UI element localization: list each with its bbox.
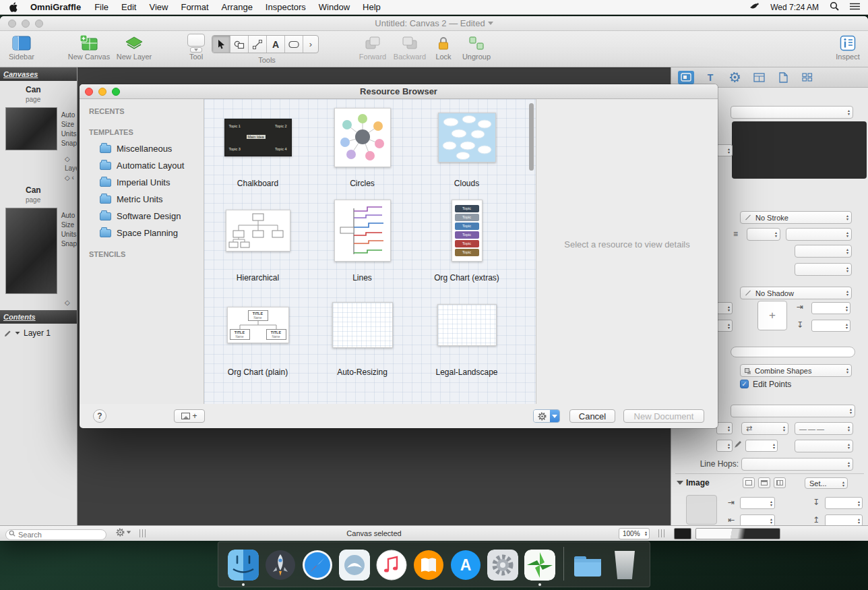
shadow-stepper-2[interactable] [716,320,733,332]
image-section-header[interactable]: Image [677,478,710,488]
line-hops-popup[interactable] [741,458,853,471]
stroke-width-popup[interactable] [747,228,780,241]
dock-launchpad-icon[interactable] [265,550,296,581]
dock-omnigraffle-icon[interactable] [524,550,555,581]
dock-system-preferences-icon[interactable] [487,550,518,581]
text-inspector-tab[interactable]: T [702,71,718,84]
menu-file[interactable]: File [94,2,108,12]
zoom-stepper[interactable]: 100% [619,528,650,539]
tool-chevron-icon[interactable] [190,47,202,53]
dock-downloads-icon[interactable] [572,550,603,581]
image-mode-button-1[interactable] [743,477,755,488]
backward-button[interactable]: Backward [392,34,427,61]
fill-style-popup[interactable] [731,106,853,119]
stroke-corner-popup[interactable] [795,245,852,258]
ungroup-button[interactable]: Ungroup [458,34,495,61]
forward-button[interactable]: Forward [356,34,390,61]
canvas-list-item-1[interactable]: Can page Auto Size Units Snap [0,81,77,153]
template-org-chart-extras[interactable]: Topic Topic Topic Topic Topic Topic Org … [414,191,519,285]
shape-field[interactable] [731,347,855,357]
spotlight-icon[interactable] [830,1,839,13]
image-mode-button-3[interactable] [774,477,786,488]
folder-software-design[interactable]: Software Design [80,208,204,225]
line-style-popup[interactable] [795,440,853,452]
zoom-button[interactable] [35,20,43,28]
stroke-end-popup[interactable] [795,263,852,276]
arrowhead-popup[interactable]: ⇄ [741,422,788,435]
stroke-popup[interactable]: No Stroke [740,211,852,224]
new-document-button[interactable]: New Document [623,409,704,423]
image-x-stepper[interactable] [740,497,775,509]
folder-automatic-layout[interactable]: Automatic Layout [80,157,204,174]
action-menu-button[interactable] [533,409,560,423]
add-resource-button[interactable]: + [174,409,205,423]
dock-finder-icon[interactable] [228,550,259,581]
fill-stepper[interactable] [716,144,733,156]
image-disclosure-icon[interactable] [677,481,683,485]
template-hierarchical[interactable]: Hierarchical [206,191,310,285]
shadow-popup[interactable]: No Shadow [740,287,852,299]
apple-menu-icon[interactable] [9,2,18,12]
combine-shapes-popup[interactable]: Combine Shapes [740,364,852,377]
shadow-x-stepper[interactable] [811,302,850,314]
line-width-stepper[interactable] [745,440,778,452]
image-mode-button-2[interactable] [758,477,770,488]
style-inspector-tab[interactable] [678,71,694,84]
dock-safari-icon[interactable] [302,550,333,581]
edit-points-checkbox[interactable] [740,380,749,388]
template-org-chart-plain[interactable]: TITLE Name TITLE Name TITLE Name Org Cha… [206,285,310,380]
action-menu-chevron-icon[interactable] [550,410,559,422]
template-legal-landscape[interactable]: Legal-Landscape [414,285,519,380]
app-menu-name[interactable]: OmniGraffle [30,2,81,12]
close-button[interactable] [8,20,16,28]
notification-center-icon[interactable] [850,2,860,13]
sidebar-toggle-button[interactable]: Sidebar [4,34,39,61]
menu-view[interactable]: View [149,2,168,12]
shape-tool-button[interactable] [230,36,249,53]
shadow-offset-well[interactable]: + [757,301,787,330]
help-button[interactable]: ? [93,409,106,423]
more-tools-chevron-icon[interactable]: › [303,36,318,53]
template-auto-resizing[interactable]: Auto-Resizing [310,285,414,380]
layer-disclosure-icon[interactable] [16,332,20,334]
folder-imperial-units[interactable]: Imperial Units [80,174,204,191]
line-stepper-2[interactable] [716,440,733,452]
selection-tool-button[interactable] [212,36,230,53]
dialog-zoom-button[interactable] [112,88,120,96]
line-stepper-1[interactable] [716,422,733,434]
style-brush-tool-button[interactable] [285,36,303,53]
template-clouds[interactable]: Clouds [414,99,519,191]
template-lines[interactable]: Lines [310,191,414,285]
folder-miscellaneous[interactable]: Miscellaneous [80,140,204,157]
folder-space-planning[interactable]: Space Planning [80,225,204,241]
template-circles[interactable]: Circles [310,99,414,191]
dock-ibooks-icon[interactable] [413,550,444,581]
document-menu-chevron-icon[interactable] [488,22,493,25]
dash-pattern-popup[interactable]: ——— [795,422,853,435]
tool-dropdown-button[interactable]: Tool [181,34,212,61]
dock-trash-icon[interactable] [609,550,640,581]
lock-button[interactable]: Lock [430,34,457,61]
dock-appstore-icon[interactable]: A [450,550,481,581]
document-inspector-tab[interactable] [775,71,791,84]
stencil-grid-tab[interactable] [799,71,815,84]
search-input[interactable] [5,529,106,540]
menu-format[interactable]: Format [181,2,208,12]
folder-metric-units[interactable]: Metric Units [80,191,204,208]
menu-extra-icon[interactable] [749,1,760,13]
canvas-1-thumbnail[interactable] [5,107,57,150]
minimize-button[interactable] [22,20,30,28]
menu-help[interactable]: Help [363,2,381,12]
inspect-button[interactable]: Inspect [832,34,864,61]
shadow-stepper-1[interactable] [716,302,733,314]
properties-inspector-tab[interactable] [726,71,743,84]
splitter-handle-left[interactable] [140,529,146,537]
grid-scrollbar-thumb[interactable] [529,103,534,171]
dock-itunes-icon[interactable] [376,550,407,581]
menu-edit[interactable]: Edit [121,2,136,12]
menu-arrange[interactable]: Arrange [222,2,253,12]
new-layer-button[interactable]: New Layer [111,34,158,61]
dialog-close-button[interactable] [85,88,93,96]
dock-mail-icon[interactable] [339,550,370,581]
splitter-handle-right[interactable] [658,529,665,537]
